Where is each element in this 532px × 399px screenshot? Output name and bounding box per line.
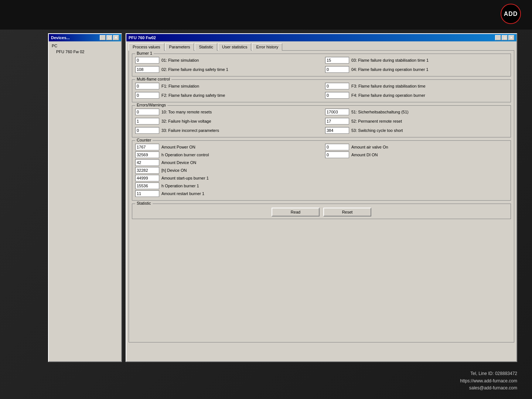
- tab-error-history[interactable]: Error history: [252, 43, 282, 51]
- burner1-val2[interactable]: [135, 66, 159, 73]
- desktop: ADD Devices... _ ◻ ✕ PC PFU 760 Fw 02: [0, 0, 532, 399]
- add-logo: ADD: [501, 4, 521, 24]
- devices-panel: Devices... _ ◻ ✕ PC PFU 760 Fw 02: [48, 33, 122, 362]
- counter-label-r1: Amount air valve On: [351, 145, 508, 149]
- counter-label2: h Operation burner control: [161, 153, 318, 157]
- err-val1[interactable]: [135, 109, 159, 115]
- burner1-label4: 04: Flame failure during operation burne…: [351, 67, 508, 72]
- mf-label2: F2: Flame failure during safety time: [161, 93, 318, 98]
- err-row1-right: 51: Sicherheitsabschaltung (51): [325, 109, 508, 115]
- err-val2[interactable]: [135, 118, 159, 125]
- err-val3[interactable]: [135, 127, 159, 134]
- tab-statistic[interactable]: Statistic: [195, 43, 217, 51]
- devices-title: Devices...: [51, 35, 70, 40]
- tree-label-pc: PC: [52, 44, 57, 48]
- burner1-val4[interactable]: [325, 66, 349, 73]
- counter-val-r1[interactable]: [325, 144, 349, 150]
- main-container: Devices... _ ◻ ✕ PC PFU 760 Fw 02 PFU 76…: [48, 33, 517, 362]
- tab-bar: Process values Parameters Statistic User…: [126, 41, 516, 50]
- counter-val-r2[interactable]: [325, 151, 349, 158]
- tree-item-pfu[interactable]: PFU 760 Fw 02: [50, 49, 120, 55]
- contact-tel: Tel, Line ID: 028883472: [460, 370, 517, 377]
- counter-label3: Amount Device ON: [161, 160, 318, 165]
- statistic-section: Statistic Read Reset: [132, 204, 511, 219]
- mf-label4: F4: Flame failure during operation burne…: [351, 93, 508, 98]
- errors-title: Errors/Warnings: [135, 103, 167, 107]
- pfu-titlebar: PFU 760 Fw02 _ ◻ ✕: [126, 34, 516, 41]
- pfu-title: PFU 760 Fw02: [129, 35, 156, 40]
- mf-row1-left: F1: Flame simulation: [135, 83, 318, 89]
- counter-label4: [h] Device ON: [161, 168, 318, 173]
- counter-val1[interactable]: [135, 144, 159, 150]
- pfu-controls: _ ◻ ✕: [495, 35, 514, 40]
- err-label1: 10: Too many remote resets: [161, 110, 318, 114]
- counter-val5[interactable]: [135, 175, 159, 181]
- reset-button[interactable]: Reset: [323, 208, 371, 216]
- tree-item-pc[interactable]: PC: [50, 43, 120, 49]
- err-row3-left: 33: Failure incorrect parameters: [135, 127, 318, 134]
- mf-val2[interactable]: [135, 92, 159, 99]
- counter-row-r2: Amount DI ON: [325, 151, 508, 158]
- counter-val3[interactable]: [135, 159, 159, 166]
- counter-val2[interactable]: [135, 151, 159, 158]
- contact-email: sales@add-furnace.com: [460, 385, 517, 392]
- tree-label-pfu: PFU 760 Fw 02: [56, 50, 84, 54]
- multiflame-group: Multi-flame control F1: Flame simulation…: [132, 79, 511, 102]
- read-button[interactable]: Read: [272, 208, 320, 216]
- contact-info: Tel, Line ID: 028883472 https://www.add-…: [460, 370, 517, 392]
- mf-row2-left: F2: Flame failure during safety time: [135, 92, 318, 99]
- counter-group: Counter Amount Power ON h Operation burn…: [132, 140, 511, 201]
- devices-titlebar: Devices... _ ◻ ✕: [49, 34, 121, 41]
- burner1-label2: 02: Flame failure during safety time 1: [161, 67, 318, 72]
- pfu-close-btn[interactable]: ✕: [508, 35, 514, 40]
- mf-val4[interactable]: [325, 92, 349, 99]
- burner1-group: Burner 1 01: Flame simulation 03: Flame …: [132, 54, 511, 76]
- close-btn[interactable]: ✕: [113, 35, 119, 40]
- tab-parameters[interactable]: Parameters: [165, 43, 194, 51]
- multiflame-title: Multi-flame control: [135, 77, 171, 81]
- pfu-window: PFU 760 Fw02 _ ◻ ✕ Process values Parame…: [126, 33, 517, 362]
- burner1-row1-left: 01: Flame simulation: [135, 57, 318, 64]
- counter-val4[interactable]: [135, 167, 159, 174]
- errors-group: Errors/Warnings 10: Too many remote rese…: [132, 105, 511, 137]
- tab-process-values[interactable]: Process values: [129, 43, 164, 51]
- mf-val1[interactable]: [135, 83, 159, 89]
- mf-val3[interactable]: [325, 83, 349, 89]
- mf-label1: F1: Flame simulation: [161, 84, 318, 88]
- counter-row-r1: Amount air valve On: [325, 144, 508, 150]
- burner1-row2-right: 04: Flame failure during operation burne…: [325, 66, 508, 73]
- counter-val7[interactable]: [135, 190, 159, 197]
- restore-btn[interactable]: ◻: [106, 35, 112, 40]
- counter-row7: Amount restart burner 1: [135, 190, 318, 197]
- err-val6[interactable]: [325, 127, 349, 134]
- errors-rows: 10: Too many remote resets 51: Sicherhei…: [135, 109, 508, 135]
- burner1-val3[interactable]: [325, 57, 349, 64]
- devices-controls: _ ◻ ✕: [100, 35, 119, 40]
- err-row1-left: 10: Too many remote resets: [135, 109, 318, 115]
- pfu-restore-btn[interactable]: ◻: [502, 35, 508, 40]
- counter-right: Amount air valve On Amount DI ON: [325, 144, 508, 198]
- counter-left: Amount Power ON h Operation burner contr…: [135, 144, 318, 198]
- burner1-val1[interactable]: [135, 57, 159, 64]
- err-label5: 52: Permanent remote reset: [351, 119, 508, 123]
- content-area: Burner 1 01: Flame simulation 03: Flame …: [129, 50, 514, 342]
- contact-web: https://www.add-furnace.com: [460, 378, 517, 385]
- burner1-row1-right: 03: Flame failure during stabilisation t…: [325, 57, 508, 64]
- counter-row5: Amount start-ups burner 1: [135, 175, 318, 181]
- counter-label1: Amount Power ON: [161, 145, 318, 149]
- mf-label3: F3: Flame failure during stabilisation t…: [351, 84, 508, 88]
- pfu-minimize-btn[interactable]: _: [495, 35, 501, 40]
- counter-row1: Amount Power ON: [135, 144, 318, 150]
- err-row3-right: 53: Switching cycle too short: [325, 127, 508, 134]
- err-label4: 51: Sicherheitsabschaltung (51): [351, 110, 508, 114]
- err-val5[interactable]: [325, 118, 349, 125]
- minimize-btn[interactable]: _: [100, 35, 106, 40]
- burner1-label3: 03: Flame failure during stabilisation t…: [351, 58, 508, 62]
- burner1-title: Burner 1: [135, 51, 154, 55]
- mf-row2-right: F4: Flame failure during operation burne…: [325, 92, 508, 99]
- counter-row2: h Operation burner control: [135, 151, 318, 158]
- err-val4[interactable]: [325, 109, 349, 115]
- counter-val6[interactable]: [135, 183, 159, 189]
- counter-row4: [h] Device ON: [135, 167, 318, 174]
- tab-user-statistics[interactable]: User statistics: [218, 43, 251, 51]
